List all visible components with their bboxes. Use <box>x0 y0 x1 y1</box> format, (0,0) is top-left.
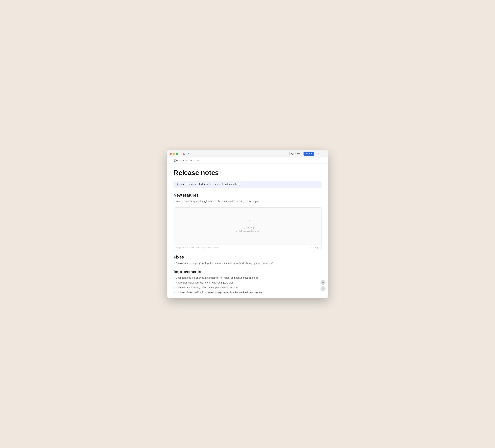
info-icon: ℹ <box>177 183 178 186</box>
fixes-heading: Fixes <box>174 255 321 260</box>
globe-icon <box>291 153 294 155</box>
asterisk-icon: ✳ <box>311 246 313 249</box>
improvements-heading: Improvements <box>174 269 321 274</box>
more-button[interactable]: ··· <box>321 152 325 156</box>
paste-placeholder: Or paste a link from YouTube, Vimeo, Loo… <box>176 246 220 249</box>
list-item: Notifications automatically refresh when… <box>174 281 321 285</box>
svg-marker-3 <box>185 153 185 154</box>
toolbar: 💬 Comments 👁 4 ↺ <box>167 158 328 164</box>
page-title: Release notes <box>174 169 321 177</box>
titlebar-right: Public Share ☆ ··· <box>289 151 325 156</box>
list-item: Emojis weren't properly displayed in com… <box>174 262 321 265</box>
eye-icon: 👁 <box>190 159 192 162</box>
app-window: ‹ › Public Share ☆ ··· 💬 <box>167 150 328 298</box>
nav-icons: ‹ › <box>182 152 194 156</box>
callout-text: Here's a wrap up of what we've been cook… <box>179 183 241 185</box>
video-upload-area[interactable]: Drag and drop or click to upload a video <box>174 208 321 245</box>
titlebar: ‹ › Public Share ☆ ··· <box>167 150 328 158</box>
public-label: Public <box>294 152 300 155</box>
video-icon <box>245 219 250 224</box>
svg-rect-2 <box>183 154 185 155</box>
upload-text: Drag and drop or click to upload a video <box>235 226 260 233</box>
new-features-list: You can now navigate through nested coll… <box>174 199 321 203</box>
list-item: You can now navigate through nested coll… <box>174 199 321 203</box>
public-button[interactable]: Public <box>289 152 302 156</box>
list-item-text: Emojis weren't properly displayed in com… <box>176 262 273 265</box>
list-item-text: Notifications automatically refresh when… <box>176 281 234 285</box>
star-button[interactable]: ☆ <box>316 151 320 156</box>
content-area: Release notes ℹ Here's a wrap up of what… <box>167 164 328 298</box>
traffic-lights <box>170 153 178 155</box>
video-upload-container[interactable]: Drag and drop or click to upload a video… <box>174 208 321 251</box>
comments-label: Comments <box>177 159 188 162</box>
video-paste-icons: ✳ V ▶ <box>311 246 319 249</box>
list-item: Comment thread notifications weren't alw… <box>174 291 321 295</box>
refresh-toolbar-item[interactable]: ↺ <box>197 159 199 162</box>
list-item-text: Comment thread notifications weren't alw… <box>176 291 263 294</box>
list-item-text: Channel name is displayed into subtitle … <box>176 276 259 280</box>
settings-float-button[interactable]: ⚙ <box>320 280 326 285</box>
info-callout: ℹ Here's a wrap up of what we've been co… <box>174 181 321 188</box>
list-item: Channels automatically refresh when you … <box>174 286 321 290</box>
help-float-button[interactable]: ? <box>320 286 326 291</box>
close-button[interactable] <box>170 153 172 155</box>
floating-buttons: ⚙ ? <box>320 280 326 291</box>
youtube-icon: ▶ <box>317 246 319 249</box>
minimize-button[interactable] <box>173 153 175 155</box>
vimeo-icon: V <box>315 246 316 249</box>
svg-rect-0 <box>183 153 185 153</box>
video-paste-row: Or paste a link from YouTube, Vimeo, Loo… <box>174 245 321 250</box>
forward-button[interactable]: › <box>191 152 193 156</box>
back-button[interactable]: ‹ <box>187 152 190 156</box>
share-button[interactable]: Share <box>303 152 314 156</box>
fullscreen-button[interactable] <box>176 153 178 155</box>
drag-drop-text: Drag and drop <box>235 226 260 229</box>
refresh-icon: ↺ <box>197 159 199 162</box>
titlebar-left: ‹ › <box>170 152 194 156</box>
views-count: 4 <box>193 159 194 162</box>
list-item-text: You can now navigate through nested coll… <box>176 199 260 203</box>
fixes-list: Emojis weren't properly displayed in com… <box>174 262 321 265</box>
list-item: Channel name is displayed into subtitle … <box>174 276 321 280</box>
sidebar-toggle-button[interactable] <box>182 152 186 156</box>
comment-icon: 💬 <box>174 159 177 162</box>
click-upload-text: or click to upload a video <box>235 229 260 233</box>
svg-rect-5 <box>245 220 249 223</box>
list-item-text: Channels automatically refresh when you … <box>176 286 238 289</box>
new-features-heading: New features <box>174 193 321 198</box>
improvements-list: Channel name is displayed into subtitle … <box>174 276 321 295</box>
views-toolbar-item: 👁 4 <box>190 159 194 162</box>
svg-rect-1 <box>183 153 184 154</box>
comments-toolbar-item[interactable]: 💬 Comments <box>174 159 188 162</box>
